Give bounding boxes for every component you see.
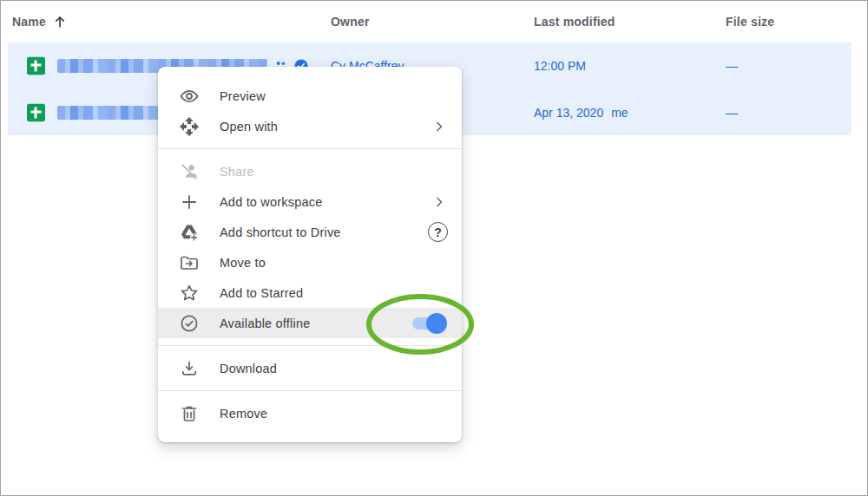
context-menu: Preview Open with Share Add to workspace: [158, 67, 462, 442]
open-with-icon: [179, 116, 200, 137]
menu-item-preview[interactable]: Preview: [158, 81, 462, 111]
menu-item-label: Add to Starred: [220, 286, 448, 300]
menu-item-move-to[interactable]: Move to: [158, 247, 462, 277]
menu-item-label: Add to workspace: [220, 195, 431, 209]
column-header-owner[interactable]: Owner: [331, 1, 370, 42]
modified-cell: Apr 13, 2020 me: [534, 106, 628, 120]
eye-icon: [179, 86, 200, 107]
help-icon[interactable]: ?: [428, 222, 448, 242]
column-header-size[interactable]: File size: [726, 1, 774, 42]
star-icon: [179, 283, 200, 303]
column-header-name[interactable]: Name: [12, 1, 46, 42]
size-cell: —: [726, 59, 738, 73]
offline-check-icon: [179, 313, 200, 334]
menu-divider: [158, 390, 462, 391]
menu-item-label: Add shortcut to Drive: [220, 225, 428, 239]
menu-item-download[interactable]: Download: [158, 353, 462, 383]
menu-item-label: Move to: [220, 256, 448, 270]
menu-item-available-offline[interactable]: Available offline: [158, 308, 462, 338]
menu-item-label: Available offline: [220, 317, 412, 330]
submenu-chevron-icon: [431, 118, 448, 135]
column-header-modified[interactable]: Last modified: [534, 1, 615, 42]
menu-item-remove[interactable]: Remove: [158, 398, 462, 428]
modified-cell: 12:00 PM: [534, 59, 586, 73]
modified-date: Apr 13, 2020: [534, 106, 603, 120]
table-header: Name Owner Last modified File size: [1, 1, 867, 42]
sort-ascending-icon[interactable]: [51, 13, 69, 30]
menu-item-label: Preview: [220, 89, 448, 103]
menu-item-add-to-starred[interactable]: Add to Starred: [158, 277, 462, 308]
toggle-knob: [426, 313, 447, 334]
submenu-chevron-icon: [431, 193, 448, 211]
menu-item-label: Remove: [220, 407, 448, 421]
menu-item-label: Download: [220, 362, 448, 375]
menu-item-share: Share: [158, 156, 462, 186]
menu-item-open-with[interactable]: Open with: [158, 111, 462, 141]
menu-divider: [158, 148, 462, 149]
trash-icon: [179, 403, 200, 424]
menu-item-label: Share: [220, 165, 448, 179]
share-disabled-icon: [179, 161, 200, 182]
sheets-file-icon: [27, 57, 45, 75]
drive-shortcut-icon: [179, 222, 200, 243]
drive-file-browser: Name Owner Last modified File size Cy Mc…: [0, 0, 868, 496]
size-cell: —: [726, 106, 738, 120]
menu-item-label: Open with: [220, 120, 431, 134]
available-offline-toggle[interactable]: [412, 317, 444, 330]
menu-divider: [158, 345, 462, 346]
download-icon: [179, 358, 200, 379]
sheets-file-icon: [27, 103, 45, 121]
plus-icon: [179, 192, 200, 212]
menu-item-add-to-workspace[interactable]: Add to workspace: [158, 186, 462, 217]
move-to-icon: [179, 252, 200, 273]
modified-by: me: [611, 106, 628, 120]
menu-item-add-shortcut-to-drive[interactable]: Add shortcut to Drive ?: [158, 217, 462, 247]
